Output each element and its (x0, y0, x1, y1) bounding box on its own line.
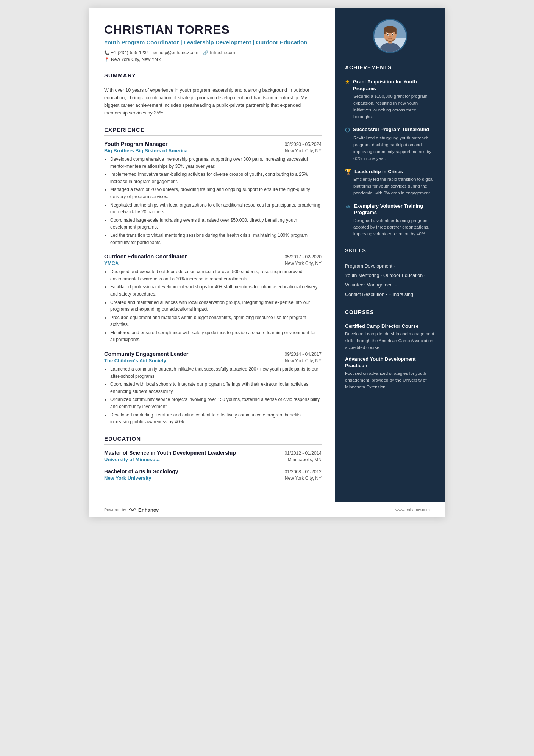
edu-school-1: University of Minnesota (104, 457, 160, 462)
achievements-heading: ACHIEVEMENTS (345, 64, 435, 73)
contact-row: 📞 +1-(234)-555-1234 ✉ help@enhancv.com 🔗… (104, 50, 322, 55)
summary-text: With over 10 years of experience in yout… (104, 86, 322, 117)
education-heading: EDUCATION (104, 435, 322, 445)
powered-by-text: Powered by (104, 507, 126, 512)
skills-line-1: Program Development · (345, 261, 435, 271)
exp-item-2: Outdoor Education Coordinator 05/2017 - … (104, 254, 322, 343)
achievement-desc-1: Secured a $150,000 grant for program exp… (345, 93, 435, 120)
exp-title-3: Community Engagement Leader (104, 351, 188, 357)
email-item: ✉ help@enhancv.com (153, 50, 198, 55)
exp-bullets-1: Developed comprehensive mentorship progr… (104, 156, 322, 246)
edu-item-1: Master of Science in Youth Development L… (104, 450, 322, 462)
phone-icon: 📞 (104, 50, 109, 55)
bullet: Coordinated with local schools to integr… (110, 381, 322, 395)
courses-heading: COURSES (345, 309, 435, 318)
svg-point-5 (384, 26, 397, 33)
summary-heading: SUMMARY (104, 72, 322, 81)
logo-icon (128, 507, 137, 512)
edu-degree-1: Master of Science in Youth Development L… (104, 450, 236, 456)
enhancv-logo: Enhancv (128, 507, 159, 513)
footer: Powered by Enhancv www.enhancv.com (89, 502, 445, 517)
svg-rect-7 (395, 29, 397, 34)
svg-rect-6 (384, 29, 386, 34)
bullet: Launched a community outreach initiative… (110, 366, 322, 380)
exp-dates-3: 09/2014 - 04/2017 (285, 352, 322, 357)
exp-location-3: New York City, NY (285, 358, 322, 363)
exp-dates-1: 03/2020 - 05/2024 (285, 142, 322, 147)
achievement-1: ★ Grant Acquisition for Youth Programs S… (345, 78, 435, 120)
skills-line-4: Conflict Resolution · Fundraising (345, 290, 435, 299)
bullet: Designed and executed outdoor education … (110, 268, 322, 282)
exp-bullets-3: Launched a community outreach initiative… (104, 366, 322, 426)
brand-name: Enhancv (138, 507, 159, 513)
exp-bullets-2: Designed and executed outdoor education … (104, 268, 322, 343)
courses-section: COURSES Certified Camp Director Course D… (345, 309, 435, 391)
edu-location-1: Minneapolis, MN (288, 457, 322, 462)
achievement-desc-2: Revitalized a struggling youth outreach … (345, 135, 435, 162)
course-item-1: Certified Camp Director Course Developed… (345, 323, 435, 351)
course-item-2: Advanced Youth Development Practicum Foc… (345, 356, 435, 390)
location-text: New York City, New York (111, 57, 161, 62)
edu-school-2: New York University (104, 475, 151, 481)
edu-item-2: Bachelor of Arts in Sociology 01/2008 - … (104, 468, 322, 481)
avatar (373, 19, 407, 53)
edu-location-2: New York City, NY (285, 476, 322, 481)
star-icon: ★ (345, 79, 350, 85)
email-address: help@enhancv.com (158, 50, 198, 55)
exp-location-1: New York City, NY (285, 148, 322, 153)
achievement-desc-4: Designed a volunteer training program ad… (345, 218, 435, 238)
course-desc-2: Focused on advanced strategies for youth… (345, 370, 435, 390)
bullet: Led the transition to virtual mentoring … (110, 232, 322, 246)
bullet: Monitored and ensured compliance with sa… (110, 329, 322, 343)
bullet: Procured equipment and materials within … (110, 314, 322, 328)
bullet: Managed a team of 20 volunteers, providi… (110, 186, 322, 200)
exp-item-1: Youth Program Manager 03/2020 - 05/2024 … (104, 141, 322, 246)
exp-company-2: YMCA (104, 260, 119, 266)
bullet: Developed marketing literature and onlin… (110, 412, 322, 426)
exp-item-3: Community Engagement Leader 09/2014 - 04… (104, 351, 322, 426)
right-sidebar: ACHIEVEMENTS ★ Grant Acquisition for You… (335, 8, 445, 502)
website-link: linkedin.com (210, 50, 235, 55)
bullet: Developed comprehensive mentorship progr… (110, 156, 322, 170)
achievement-4: ☺ Exemplary Volunteer Training Programs … (345, 203, 435, 238)
trophy-icon: 🏆 (345, 169, 351, 175)
course-desc-1: Developed camp leadership and management… (345, 331, 435, 351)
experience-section: EXPERIENCE Youth Program Manager 03/2020… (104, 127, 322, 426)
achievement-2: ⬡ Successful Program Turnaround Revitali… (345, 126, 435, 162)
svg-point-11 (392, 34, 393, 36)
bullet: Organized community service projects inv… (110, 396, 322, 410)
bullet: Created and maintained alliances with lo… (110, 299, 322, 313)
achievement-title-4: Exemplary Volunteer Training Programs (354, 203, 435, 216)
achievement-title-3: Leadership in Crises (354, 168, 403, 175)
achievement-title-1: Grant Acquisition for Youth Programs (353, 78, 435, 92)
course-title-1: Certified Camp Director Course (345, 323, 435, 330)
phone-number: +1-(234)-555-1234 (111, 50, 149, 55)
skills-line-2: Youth Mentoring · Outdoor Education · (345, 271, 435, 280)
exp-company-3: The Children's Aid Society (104, 358, 166, 363)
email-icon: ✉ (153, 50, 157, 55)
exp-location-2: New York City, NY (285, 261, 322, 266)
experience-heading: EXPERIENCE (104, 127, 322, 136)
hexagon-icon: ⬡ (345, 127, 350, 133)
achievement-3: 🏆 Leadership in Crises Efficiently led t… (345, 168, 435, 197)
achievement-desc-3: Efficiently led the rapid transition to … (345, 176, 435, 196)
exp-company-1: Big Brothers Big Sisters of America (104, 148, 188, 153)
edu-dates-2: 01/2008 - 01/2012 (285, 469, 322, 474)
svg-point-12 (389, 36, 391, 37)
exp-dates-2: 05/2017 - 02/2020 (285, 254, 322, 260)
achievements-section: ACHIEVEMENTS ★ Grant Acquisition for You… (345, 64, 435, 238)
phone-item: 📞 +1-(234)-555-1234 (104, 50, 149, 55)
edu-degree-2: Bachelor of Arts in Sociology (104, 468, 178, 474)
volunteer-icon: ☺ (345, 203, 351, 210)
exp-title-2: Outdoor Education Coordinator (104, 254, 187, 260)
website-item: 🔗 linkedin.com (203, 50, 235, 55)
avatar-container (345, 19, 435, 53)
exp-title-1: Youth Program Manager (104, 141, 167, 147)
link-icon: 🔗 (203, 50, 208, 55)
edu-dates-1: 01/2012 - 01/2014 (285, 451, 322, 456)
education-section: EDUCATION Master of Science in Youth Dev… (104, 435, 322, 481)
bullet: Implemented innovative team-building act… (110, 171, 322, 185)
skills-heading: SKILLS (345, 247, 435, 256)
skills-text: Program Development · Youth Mentoring · … (345, 261, 435, 299)
person-title: Youth Program Coordinator | Leadership D… (104, 38, 322, 46)
